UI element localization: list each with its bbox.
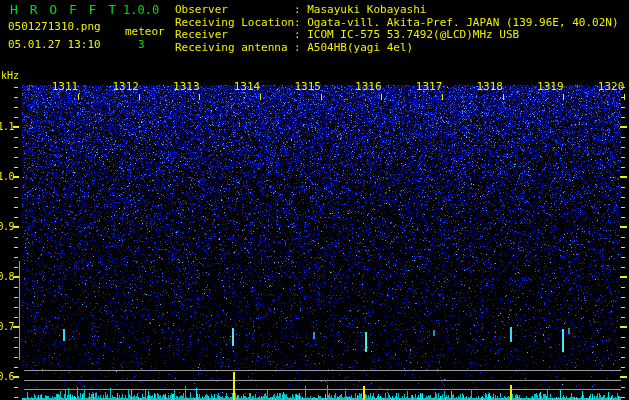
- info-label: Receiving antenna: [175, 41, 294, 54]
- freq-label: 1.1: [0, 121, 14, 132]
- time-label: 1320: [597, 80, 625, 93]
- info-row: Receiving Location: Ogata-vill. Akita-Pr…: [175, 16, 619, 29]
- info-value: A504HB(yagi 4el): [307, 41, 413, 54]
- time-label: 1311: [51, 80, 79, 93]
- info-row: Observer: Masayuki Kobayashi: [175, 3, 426, 16]
- time-label: 1315: [294, 80, 322, 93]
- time-label: 1319: [536, 80, 564, 93]
- time-label: 1312: [112, 80, 140, 93]
- info-colon: :: [294, 41, 307, 54]
- observation-datetime: 05.01.27 13:10: [8, 39, 101, 51]
- long-echo-count: 3: [138, 39, 145, 51]
- info-row: Receiver: ICOM IC-575 53.7492(@LCD)MHz U…: [175, 28, 519, 41]
- info-colon: :: [294, 3, 307, 16]
- info-label: Receiving Location: [175, 16, 294, 29]
- freq-label: 0.9: [0, 221, 14, 232]
- info-value: ICOM IC-575 53.7492(@LCD)MHz USB: [307, 28, 519, 41]
- info-colon: :: [294, 28, 307, 41]
- output-filename: 0501271310.png: [8, 21, 101, 33]
- info-value: Masayuki Kobayashi: [307, 3, 426, 16]
- app-title: H R O F F T: [10, 3, 118, 17]
- freq-axis-unit: kHz: [1, 70, 19, 81]
- spectrogram-canvas: [0, 0, 629, 400]
- observation-mode: meteor: [125, 26, 165, 38]
- hrofft-output: H R O F F T 1.0.0 0501271310.png meteor …: [0, 0, 629, 400]
- time-label: 1316: [354, 80, 382, 93]
- freq-label: 0.8: [0, 271, 14, 282]
- freq-label: 0.7: [0, 321, 14, 332]
- info-value: Ogata-vill. Akita-Pref. JAPAN (139.96E, …: [307, 16, 618, 29]
- app-version: 1.0.0: [123, 4, 159, 17]
- info-colon: :: [294, 16, 307, 29]
- info-label: Receiver: [175, 28, 294, 41]
- info-label: Observer: [175, 3, 294, 16]
- info-row: Receiving antenna: A504HB(yagi 4el): [175, 41, 413, 54]
- time-label: 1313: [172, 80, 200, 93]
- freq-label: 1.0: [0, 171, 14, 182]
- time-label: 1317: [415, 80, 443, 93]
- freq-label: 0.6: [0, 371, 14, 382]
- time-label: 1318: [476, 80, 504, 93]
- time-label: 1314: [233, 80, 261, 93]
